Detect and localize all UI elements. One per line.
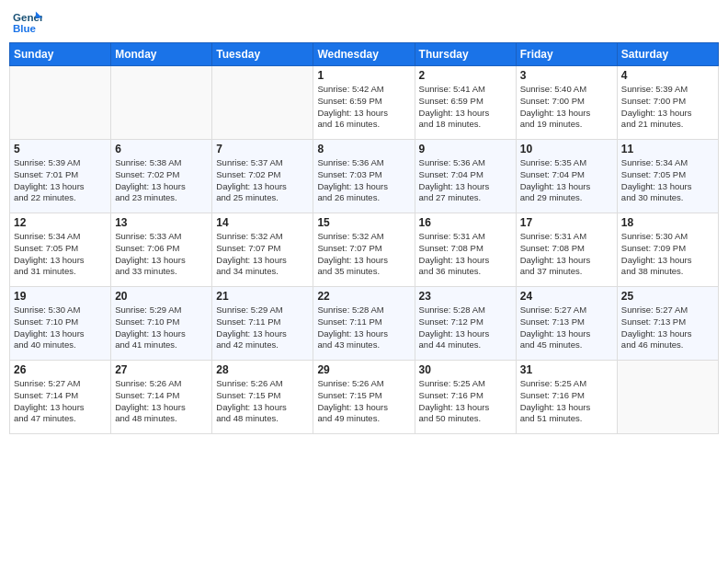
day-number: 7 xyxy=(216,143,309,155)
calendar-day-13: 13Sunrise: 5:33 AMSunset: 7:06 PMDayligh… xyxy=(111,213,212,287)
day-number: 29 xyxy=(317,363,410,376)
day-info: Sunrise: 5:36 AMSunset: 7:03 PMDaylight:… xyxy=(317,157,410,204)
day-info: Sunrise: 5:40 AMSunset: 7:00 PMDaylight:… xyxy=(520,84,613,131)
day-info: Sunrise: 5:34 AMSunset: 7:05 PMDaylight:… xyxy=(14,231,107,278)
day-number: 20 xyxy=(115,290,208,303)
calendar-day-1: 1Sunrise: 5:42 AMSunset: 6:59 PMDaylight… xyxy=(313,66,415,140)
day-info: Sunrise: 5:37 AMSunset: 7:02 PMDaylight:… xyxy=(216,157,309,204)
day-info: Sunrise: 5:25 AMSunset: 7:16 PMDaylight:… xyxy=(520,378,613,425)
day-info: Sunrise: 5:39 AMSunset: 7:01 PMDaylight:… xyxy=(14,157,107,204)
weekday-header-friday: Friday xyxy=(516,43,617,66)
calendar-day-7: 7Sunrise: 5:37 AMSunset: 7:02 PMDaylight… xyxy=(212,140,313,213)
calendar-day-29: 29Sunrise: 5:26 AMSunset: 7:15 PMDayligh… xyxy=(313,361,415,434)
day-info: Sunrise: 5:29 AMSunset: 7:11 PMDaylight:… xyxy=(216,304,309,351)
calendar-day-5: 5Sunrise: 5:39 AMSunset: 7:01 PMDaylight… xyxy=(10,140,111,213)
day-number: 21 xyxy=(216,290,309,303)
calendar-day-24: 24Sunrise: 5:27 AMSunset: 7:13 PMDayligh… xyxy=(516,287,617,361)
calendar-week-row: 1Sunrise: 5:42 AMSunset: 6:59 PMDaylight… xyxy=(10,66,719,140)
day-info: Sunrise: 5:36 AMSunset: 7:04 PMDaylight:… xyxy=(419,157,512,204)
calendar-day-22: 22Sunrise: 5:28 AMSunset: 7:11 PMDayligh… xyxy=(313,287,415,361)
calendar-table: SundayMondayTuesdayWednesdayThursdayFrid… xyxy=(9,42,719,434)
calendar-day-15: 15Sunrise: 5:32 AMSunset: 7:07 PMDayligh… xyxy=(313,213,415,287)
calendar-week-row: 26Sunrise: 5:27 AMSunset: 7:14 PMDayligh… xyxy=(10,361,719,434)
day-number: 18 xyxy=(621,216,714,229)
day-info: Sunrise: 5:28 AMSunset: 7:11 PMDaylight:… xyxy=(317,304,410,351)
calendar-day-26: 26Sunrise: 5:27 AMSunset: 7:14 PMDayligh… xyxy=(10,361,111,434)
day-info: Sunrise: 5:27 AMSunset: 7:14 PMDaylight:… xyxy=(14,378,107,425)
calendar-day-25: 25Sunrise: 5:27 AMSunset: 7:13 PMDayligh… xyxy=(617,287,718,361)
day-info: Sunrise: 5:32 AMSunset: 7:07 PMDaylight:… xyxy=(216,231,309,278)
calendar-empty-cell xyxy=(10,66,111,140)
day-number: 14 xyxy=(216,216,309,229)
day-number: 3 xyxy=(520,69,613,82)
day-number: 25 xyxy=(621,290,714,303)
day-info: Sunrise: 5:34 AMSunset: 7:05 PMDaylight:… xyxy=(621,157,714,204)
logo: General Blue xyxy=(13,9,42,35)
calendar-week-row: 12Sunrise: 5:34 AMSunset: 7:05 PMDayligh… xyxy=(10,213,719,287)
weekday-header-sunday: Sunday xyxy=(10,43,111,66)
day-number: 17 xyxy=(520,216,613,229)
calendar-day-12: 12Sunrise: 5:34 AMSunset: 7:05 PMDayligh… xyxy=(10,213,111,287)
day-number: 5 xyxy=(14,143,107,155)
calendar-day-4: 4Sunrise: 5:39 AMSunset: 7:00 PMDaylight… xyxy=(617,66,718,140)
day-info: Sunrise: 5:32 AMSunset: 7:07 PMDaylight:… xyxy=(317,231,410,278)
calendar-day-17: 17Sunrise: 5:31 AMSunset: 7:08 PMDayligh… xyxy=(516,213,617,287)
weekday-header-thursday: Thursday xyxy=(415,43,516,66)
calendar-day-10: 10Sunrise: 5:35 AMSunset: 7:04 PMDayligh… xyxy=(516,140,617,213)
calendar-week-row: 5Sunrise: 5:39 AMSunset: 7:01 PMDaylight… xyxy=(10,140,719,213)
calendar-day-3: 3Sunrise: 5:40 AMSunset: 7:00 PMDaylight… xyxy=(516,66,617,140)
day-number: 12 xyxy=(14,216,107,229)
calendar-day-11: 11Sunrise: 5:34 AMSunset: 7:05 PMDayligh… xyxy=(617,140,718,213)
day-info: Sunrise: 5:38 AMSunset: 7:02 PMDaylight:… xyxy=(115,157,208,204)
day-info: Sunrise: 5:41 AMSunset: 6:59 PMDaylight:… xyxy=(419,84,512,131)
day-number: 15 xyxy=(317,216,410,229)
calendar-empty-cell xyxy=(111,66,212,140)
day-number: 23 xyxy=(419,290,512,303)
calendar-day-9: 9Sunrise: 5:36 AMSunset: 7:04 PMDaylight… xyxy=(415,140,516,213)
day-info: Sunrise: 5:31 AMSunset: 7:08 PMDaylight:… xyxy=(419,231,512,278)
day-number: 16 xyxy=(419,216,512,229)
calendar-day-18: 18Sunrise: 5:30 AMSunset: 7:09 PMDayligh… xyxy=(617,213,718,287)
day-number: 4 xyxy=(621,69,714,82)
calendar-day-28: 28Sunrise: 5:26 AMSunset: 7:15 PMDayligh… xyxy=(212,361,313,434)
day-number: 22 xyxy=(317,290,410,303)
day-number: 10 xyxy=(520,143,613,155)
day-number: 31 xyxy=(520,363,613,376)
day-number: 28 xyxy=(216,363,309,376)
calendar-empty-cell xyxy=(212,66,313,140)
day-info: Sunrise: 5:27 AMSunset: 7:13 PMDaylight:… xyxy=(520,304,613,351)
day-info: Sunrise: 5:42 AMSunset: 6:59 PMDaylight:… xyxy=(317,84,410,131)
weekday-header-row: SundayMondayTuesdayWednesdayThursdayFrid… xyxy=(10,43,719,66)
day-info: Sunrise: 5:26 AMSunset: 7:14 PMDaylight:… xyxy=(115,378,208,425)
weekday-header-saturday: Saturday xyxy=(617,43,718,66)
calendar-day-30: 30Sunrise: 5:25 AMSunset: 7:16 PMDayligh… xyxy=(415,361,516,434)
day-info: Sunrise: 5:33 AMSunset: 7:06 PMDaylight:… xyxy=(115,231,208,278)
day-number: 30 xyxy=(419,363,512,376)
day-number: 26 xyxy=(14,363,107,376)
weekday-header-wednesday: Wednesday xyxy=(313,43,415,66)
calendar-week-row: 19Sunrise: 5:30 AMSunset: 7:10 PMDayligh… xyxy=(10,287,719,361)
day-number: 27 xyxy=(115,363,208,376)
day-number: 11 xyxy=(621,143,714,155)
day-info: Sunrise: 5:26 AMSunset: 7:15 PMDaylight:… xyxy=(216,378,309,425)
day-info: Sunrise: 5:27 AMSunset: 7:13 PMDaylight:… xyxy=(621,304,714,351)
weekday-header-tuesday: Tuesday xyxy=(212,43,313,66)
day-number: 13 xyxy=(115,216,208,229)
weekday-header-monday: Monday xyxy=(111,43,212,66)
logo-icon: General Blue xyxy=(13,9,42,35)
calendar-day-20: 20Sunrise: 5:29 AMSunset: 7:10 PMDayligh… xyxy=(111,287,212,361)
day-info: Sunrise: 5:30 AMSunset: 7:09 PMDaylight:… xyxy=(621,231,714,278)
calendar-day-8: 8Sunrise: 5:36 AMSunset: 7:03 PMDaylight… xyxy=(313,140,415,213)
day-info: Sunrise: 5:25 AMSunset: 7:16 PMDaylight:… xyxy=(419,378,512,425)
day-number: 6 xyxy=(115,143,208,155)
page: General Blue SundayMondayTuesdayWednesda… xyxy=(0,0,728,563)
day-info: Sunrise: 5:31 AMSunset: 7:08 PMDaylight:… xyxy=(520,231,613,278)
calendar-day-16: 16Sunrise: 5:31 AMSunset: 7:08 PMDayligh… xyxy=(415,213,516,287)
calendar-empty-cell xyxy=(617,361,718,434)
day-number: 9 xyxy=(419,143,512,155)
day-info: Sunrise: 5:39 AMSunset: 7:00 PMDaylight:… xyxy=(621,84,714,131)
day-info: Sunrise: 5:29 AMSunset: 7:10 PMDaylight:… xyxy=(115,304,208,351)
day-number: 19 xyxy=(14,290,107,303)
calendar-day-6: 6Sunrise: 5:38 AMSunset: 7:02 PMDaylight… xyxy=(111,140,212,213)
calendar-day-27: 27Sunrise: 5:26 AMSunset: 7:14 PMDayligh… xyxy=(111,361,212,434)
